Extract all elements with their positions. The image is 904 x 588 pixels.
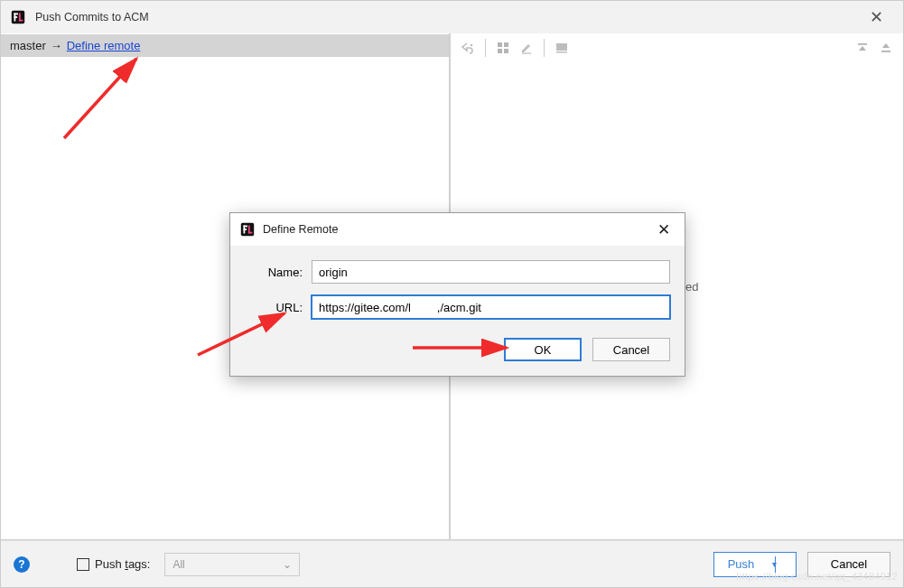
dialog-title: Define Remote xyxy=(263,223,652,236)
checkbox-icon[interactable] xyxy=(77,558,89,571)
name-input[interactable] xyxy=(312,260,670,284)
dialog-buttons: OK Cancel xyxy=(230,334,685,376)
dialog-cancel-button[interactable]: Cancel xyxy=(592,338,670,361)
name-label: Name: xyxy=(245,266,303,279)
window-close-icon[interactable]: ✕ xyxy=(858,7,894,27)
watermark: https://blog.csdn.net/qq_43484912 xyxy=(736,571,898,582)
ok-button[interactable]: OK xyxy=(504,338,582,361)
branch-row[interactable]: master → Define remote xyxy=(1,34,449,57)
url-field-row: URL: xyxy=(245,295,670,319)
dialog-body: Name: URL: xyxy=(230,246,685,334)
svg-rect-0 xyxy=(12,11,24,23)
svg-rect-3 xyxy=(14,16,18,18)
combo-value: All xyxy=(172,558,184,571)
window-titlebar: Push Commits to ACM ✕ xyxy=(1,1,903,33)
push-tags-combo[interactable]: All ⌄ xyxy=(164,553,300,576)
svg-rect-21 xyxy=(248,232,253,234)
define-remote-dialog: Define Remote ✕ Name: URL: OK Cancel xyxy=(229,212,685,377)
window-title: Push Commits to ACM xyxy=(35,11,858,23)
url-input[interactable] xyxy=(312,295,670,319)
arrow-icon: → xyxy=(51,39,62,52)
branch-label: master xyxy=(10,39,46,52)
chevron-down-icon: ⌄ xyxy=(283,558,292,571)
svg-rect-5 xyxy=(19,20,23,22)
help-icon[interactable]: ? xyxy=(14,556,30,573)
app-icon xyxy=(10,9,26,25)
svg-rect-16 xyxy=(241,223,254,236)
dialog-titlebar: Define Remote ✕ xyxy=(230,213,685,246)
caret-down-icon: ▾ xyxy=(772,559,777,569)
app-icon xyxy=(239,221,256,238)
push-tags-checkbox[interactable]: Push tags: xyxy=(77,557,150,571)
dialog-close-icon[interactable]: ✕ xyxy=(652,220,676,239)
define-remote-link[interactable]: Define remote xyxy=(67,39,141,52)
name-field-row: Name: xyxy=(245,260,670,284)
svg-rect-19 xyxy=(244,229,247,230)
url-label: URL: xyxy=(245,301,303,314)
